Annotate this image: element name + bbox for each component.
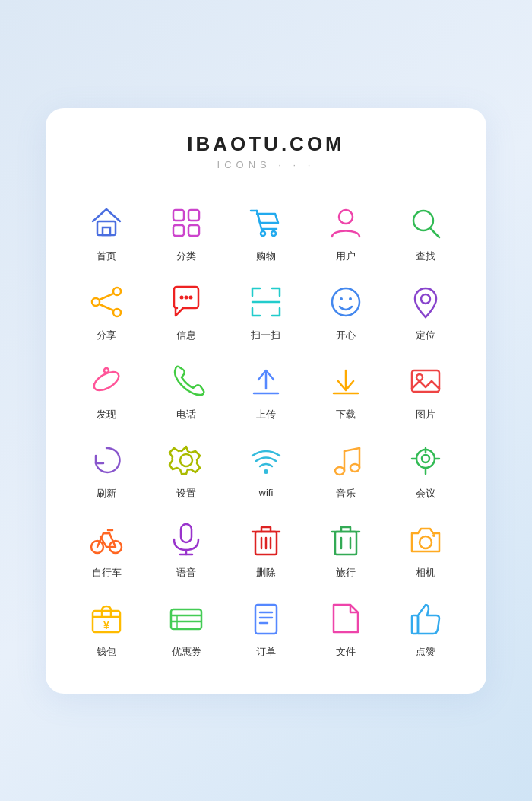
like-label: 点赞 bbox=[416, 645, 435, 659]
scan-label: 扫一扫 bbox=[251, 329, 280, 342]
svg-point-25 bbox=[104, 368, 109, 373]
site-title: IBAOTU.COM bbox=[67, 132, 465, 156]
search-icon bbox=[405, 202, 446, 243]
svg-line-14 bbox=[100, 294, 113, 300]
coupon-icon bbox=[166, 598, 207, 639]
svg-point-13 bbox=[113, 309, 121, 316]
svg-rect-2 bbox=[173, 210, 184, 221]
delete-label: 删除 bbox=[256, 566, 276, 580]
meeting-label: 会议 bbox=[416, 487, 435, 501]
svg-point-59 bbox=[420, 536, 432, 548]
header: IBAOTU.COM ICONS · · · bbox=[67, 132, 465, 170]
icon-item-discover[interactable]: 发现 bbox=[67, 350, 147, 429]
icon-item-music[interactable]: 音乐 bbox=[306, 429, 385, 508]
settings-label: 设置 bbox=[176, 487, 196, 501]
svg-rect-5 bbox=[188, 225, 199, 236]
svg-point-32 bbox=[180, 454, 192, 466]
user-label: 用户 bbox=[336, 250, 356, 263]
icon-item-like[interactable]: 点赞 bbox=[385, 587, 465, 666]
music-icon bbox=[325, 440, 366, 481]
wallet-label: 钱包 bbox=[97, 645, 116, 659]
coupon-label: 优惠券 bbox=[172, 645, 201, 659]
music-label: 音乐 bbox=[336, 487, 356, 501]
upload-icon bbox=[245, 361, 287, 402]
home-icon bbox=[86, 202, 127, 243]
picture-label: 图片 bbox=[416, 408, 435, 421]
svg-point-17 bbox=[185, 295, 188, 299]
svg-point-6 bbox=[261, 231, 265, 236]
icon-item-message[interactable]: 信息 bbox=[147, 271, 226, 350]
icon-item-happy[interactable]: 开心 bbox=[306, 271, 385, 350]
icon-item-download[interactable]: 下载 bbox=[306, 350, 385, 429]
icon-item-user[interactable]: 用户 bbox=[306, 192, 385, 271]
icon-item-search[interactable]: 查找 bbox=[385, 192, 465, 271]
icon-item-scan[interactable]: 扫一扫 bbox=[226, 271, 306, 350]
order-label: 订单 bbox=[256, 645, 276, 659]
download-icon bbox=[325, 361, 366, 402]
svg-point-16 bbox=[180, 295, 184, 299]
icon-item-camera[interactable]: 相机 bbox=[385, 508, 465, 587]
meeting-icon bbox=[405, 440, 446, 481]
svg-point-34 bbox=[335, 467, 344, 475]
svg-rect-4 bbox=[173, 225, 184, 236]
icon-item-wifi[interactable]: wifi bbox=[226, 429, 306, 508]
svg-rect-63 bbox=[171, 609, 201, 629]
svg-point-31 bbox=[416, 374, 423, 380]
icon-item-coupon[interactable]: 优惠券 bbox=[147, 587, 226, 666]
icon-item-refresh[interactable]: 刷新 bbox=[67, 429, 147, 508]
icons-grid: 首页分类购物用户查找分享信息扫一扫开心定位发现电话上传下载图片刷新设置wifi音… bbox=[67, 192, 465, 666]
icon-item-settings[interactable]: 设置 bbox=[147, 429, 226, 508]
scan-icon bbox=[245, 281, 287, 323]
svg-point-35 bbox=[350, 464, 359, 472]
icon-item-home[interactable]: 首页 bbox=[67, 192, 147, 271]
travel-icon bbox=[325, 519, 366, 560]
svg-rect-71 bbox=[412, 615, 418, 634]
share-label: 分享 bbox=[97, 329, 116, 342]
icon-item-voice[interactable]: 语音 bbox=[147, 508, 226, 587]
icon-item-travel[interactable]: 旅行 bbox=[306, 508, 385, 587]
wallet-icon: ¥ bbox=[86, 598, 127, 639]
svg-point-11 bbox=[113, 288, 121, 295]
svg-point-39 bbox=[422, 455, 429, 462]
icon-item-delete[interactable]: 删除 bbox=[226, 508, 306, 587]
svg-point-23 bbox=[421, 294, 430, 304]
svg-point-21 bbox=[340, 297, 343, 300]
delete-icon bbox=[245, 519, 287, 560]
happy-label: 开心 bbox=[336, 329, 356, 342]
icon-item-phone[interactable]: 电话 bbox=[147, 350, 226, 429]
svg-point-18 bbox=[189, 295, 193, 299]
location-icon bbox=[405, 281, 446, 323]
icon-item-share[interactable]: 分享 bbox=[67, 271, 147, 350]
icon-item-location[interactable]: 定位 bbox=[385, 271, 465, 350]
icon-item-wallet[interactable]: ¥钱包 bbox=[67, 587, 147, 666]
travel-label: 旅行 bbox=[336, 566, 356, 580]
icon-item-order[interactable]: 订单 bbox=[226, 587, 306, 666]
icon-item-shopping[interactable]: 购物 bbox=[226, 192, 306, 271]
category-icon bbox=[166, 202, 207, 243]
icon-item-picture[interactable]: 图片 bbox=[385, 350, 465, 429]
file-label: 文件 bbox=[336, 645, 356, 659]
shopping-icon bbox=[245, 202, 287, 243]
svg-point-7 bbox=[271, 231, 276, 236]
phone-icon bbox=[166, 361, 207, 402]
svg-point-12 bbox=[92, 298, 100, 306]
like-icon bbox=[405, 598, 446, 639]
svg-rect-1 bbox=[103, 227, 110, 235]
icon-item-meeting[interactable]: 会议 bbox=[385, 429, 465, 508]
svg-point-60 bbox=[432, 534, 435, 537]
discover-icon bbox=[86, 361, 127, 402]
svg-text:¥: ¥ bbox=[103, 619, 109, 631]
icon-item-category[interactable]: 分类 bbox=[147, 192, 226, 271]
wifi-label: wifi bbox=[259, 487, 274, 498]
bike-label: 自行车 bbox=[92, 566, 122, 580]
refresh-label: 刷新 bbox=[97, 487, 116, 501]
picture-icon bbox=[405, 361, 446, 402]
icon-item-upload[interactable]: 上传 bbox=[226, 350, 306, 429]
icon-item-file[interactable]: 文件 bbox=[306, 587, 385, 666]
location-label: 定位 bbox=[416, 329, 435, 342]
message-label: 信息 bbox=[176, 329, 196, 342]
icon-item-bike[interactable]: 自行车 bbox=[67, 508, 147, 587]
wifi-icon bbox=[245, 440, 287, 481]
voice-label: 语音 bbox=[176, 566, 196, 580]
user-icon bbox=[325, 202, 366, 243]
